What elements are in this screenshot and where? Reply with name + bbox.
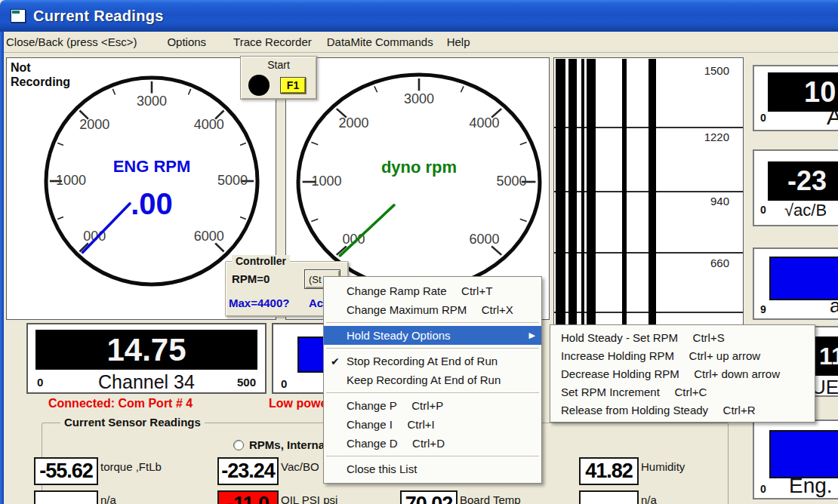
submenu-item-decrease-holding-rpm[interactable]: Decrease Holding RPMCtrl+ down arrow xyxy=(550,364,815,383)
channel-34-label: Channel 34 xyxy=(28,371,265,393)
submenu-item-hold-steady-set-rpm[interactable]: Hold Steady - Set RPMCtrl+S xyxy=(550,328,815,346)
dyno-rpm-tick-3000: 3000 xyxy=(404,91,434,106)
sensor-label-board-temp: Board Temp xyxy=(460,493,521,504)
recording-status-line1: Not xyxy=(11,60,70,75)
recording-status: Not Recording xyxy=(11,60,70,89)
menu-item-shortcut: Ctrl+X xyxy=(482,303,513,316)
menu-item-change-maximum-rpm[interactable]: Change Maximum RPMCtrl+X xyxy=(324,300,541,319)
title-bar: Current Readings xyxy=(0,0,838,32)
menu-item-change-p[interactable]: Change PCtrl+P xyxy=(324,396,541,415)
menu-item-hold-steady-options[interactable]: Hold Steady Options▶ xyxy=(324,326,541,345)
right-display-5-bar xyxy=(769,430,838,478)
menu-item-keep-recording-at-end-of-run[interactable]: Keep Recording At End of Run xyxy=(324,370,541,389)
rpms-internal-tc-radio[interactable] xyxy=(233,440,244,450)
menubar-item-trace-recorder[interactable]: Trace Recorder xyxy=(233,35,312,48)
tape-scale-label-940: 940 xyxy=(710,195,729,207)
eng-rpm-tick-1000: 1000 xyxy=(56,173,86,188)
menu-separator xyxy=(324,453,541,459)
submenu-item-shortcut: Ctrl+R xyxy=(723,404,756,416)
menu-separator xyxy=(324,319,541,326)
sensor-value-vac-bo: -23.24 xyxy=(217,457,279,485)
submenu-item-label: Set RPM Increment xyxy=(561,386,660,398)
right-display-2-min: 0 xyxy=(760,204,766,216)
eng-rpm-tick-5000: 5000 xyxy=(217,173,248,188)
menu-item-stop-recording-at-end-of-run[interactable]: ✔Stop Recording At End of Run xyxy=(324,352,541,370)
menu-bar: Close/Back (press <Esc>)OptionsTrace Rec… xyxy=(0,32,838,53)
menu-item-shortcut: Ctrl+I xyxy=(407,418,434,431)
eng-rpm-tick-4000: 4000 xyxy=(194,117,224,132)
window-title: Current Readings xyxy=(33,8,164,25)
start-recorder-panel: Start F1 xyxy=(240,56,317,100)
eng-rpm-name: ENG RPM xyxy=(113,157,191,176)
right-display-4-label: UE xyxy=(812,376,838,399)
current-readings-window: Current Readings Close/Back (press <Esc>… xyxy=(0,0,838,504)
menu-item-shortcut: Ctrl+T xyxy=(461,284,492,297)
submenu-arrow-icon: ▶ xyxy=(529,330,535,340)
submenu-item-label: Decrease Holding RPM xyxy=(561,367,679,380)
connection-status: Connected: Com Port # 4 xyxy=(48,397,193,410)
menu-item-label: Change D xyxy=(347,437,398,450)
sensor-value-board-temp: 70.02 xyxy=(400,490,458,504)
menu-item-label: Hold Steady Options xyxy=(347,329,451,342)
submenu-item-shortcut: Ctrl+ up arrow xyxy=(689,349,761,362)
right-display-3-min: 9 xyxy=(760,303,766,315)
menu-item-label: Change Maximum RPM xyxy=(347,303,467,316)
sensor-value-n-a xyxy=(34,490,98,504)
submenu-item-increase-holding-rpm[interactable]: Increase Holding RPMCtrl+ up arrow xyxy=(550,346,815,364)
menubar-item-close-back-press-esc[interactable]: Close/Back (press <Esc>) xyxy=(6,35,137,48)
right-display-1-label: A xyxy=(827,104,838,130)
right-display-3-bar xyxy=(769,257,838,300)
sensor-value-torque-ftlb: -55.62 xyxy=(34,457,98,485)
menu-item-label: Change Ramp Rate xyxy=(347,284,447,297)
sensor-label-vac-bo: Vac/BO xyxy=(281,460,319,473)
submenu-item-release-from-holding-steady[interactable]: Release from Holding SteadyCtrl+R xyxy=(550,401,815,419)
submenu-item-set-rpm-increment[interactable]: Set RPM IncrementCtrl+C xyxy=(550,383,815,401)
channel-34-value: 14.75 xyxy=(35,330,257,370)
start-label: Start xyxy=(241,59,316,71)
menu-item-label: Change I xyxy=(347,418,393,431)
right-display-5-min: 0 xyxy=(760,483,766,495)
controller-rpm: RPM=0 xyxy=(232,272,270,285)
menubar-item-datamite-commands[interactable]: DataMite Commands xyxy=(327,35,433,48)
menu-item-close-this-list[interactable]: Close this List xyxy=(324,459,541,478)
aux-min: 0 xyxy=(281,377,287,390)
right-display-1-a: 100A xyxy=(753,65,838,131)
right-display-1-min: 0 xyxy=(760,112,766,124)
eng-rpm-tick-2000: 2000 xyxy=(79,117,109,132)
right-display-2-ac-b: -230√ac/B xyxy=(753,149,838,226)
right-display-3-a: 9a xyxy=(753,247,838,320)
menubar-item-help[interactable]: Help xyxy=(447,35,470,48)
eng-rpm-tick-3000: 3000 xyxy=(137,94,167,109)
window-icon xyxy=(11,9,26,23)
controller-context-menu: Change Ramp RateCtrl+TChange Maximum RPM… xyxy=(323,276,542,484)
sensor-value-oil-psi-psi: -11.0 xyxy=(217,490,279,504)
sensor-label-n-a: n/a xyxy=(641,493,657,504)
submenu-item-shortcut: Ctrl+ down arrow xyxy=(694,367,780,380)
dyno-rpm-tick-5000: 5000 xyxy=(496,174,526,189)
menu-item-label: Stop Recording At End of Run xyxy=(347,355,498,367)
menu-item-change-i[interactable]: Change ICtrl+I xyxy=(324,415,541,434)
hold-steady-submenu: Hold Steady - Set RPMCtrl+SIncrease Hold… xyxy=(550,324,815,423)
record-indicator-icon xyxy=(248,75,270,96)
sensor-label-torque-ftlb: torque ,FtLb xyxy=(100,460,162,473)
eng-rpm-tick-6000: 6000 xyxy=(194,229,224,244)
right-display-3-label: a xyxy=(830,294,838,318)
sensor-readings-title: Current Sensor Readings xyxy=(60,416,205,429)
dyno-rpm-tick-6000: 6000 xyxy=(470,232,500,247)
submenu-item-label: Release from Holding Steady xyxy=(561,404,708,416)
menu-item-change-ramp-rate[interactable]: Change Ramp RateCtrl+T xyxy=(324,281,541,300)
menubar-item-options[interactable]: Options xyxy=(167,35,206,48)
menu-item-shortcut: Ctrl+P xyxy=(411,399,443,412)
controller-max: Max=4400? xyxy=(229,297,289,309)
sensor-value-humidity: 41.82 xyxy=(579,457,639,485)
window-left-border xyxy=(0,32,4,504)
menu-item-label: Close this List xyxy=(347,463,417,475)
right-display-5-label: Eng. xyxy=(789,474,833,498)
submenu-item-shortcut: Ctrl+C xyxy=(674,386,707,398)
sensor-value-n-a xyxy=(579,490,639,504)
menu-item-change-d[interactable]: Change DCtrl+D xyxy=(324,434,541,453)
start-f1-button[interactable]: F1 xyxy=(280,77,306,94)
tape-scale-label-1220: 1220 xyxy=(704,131,729,143)
controller-title: Controller xyxy=(232,255,290,267)
menu-separator xyxy=(324,389,541,396)
